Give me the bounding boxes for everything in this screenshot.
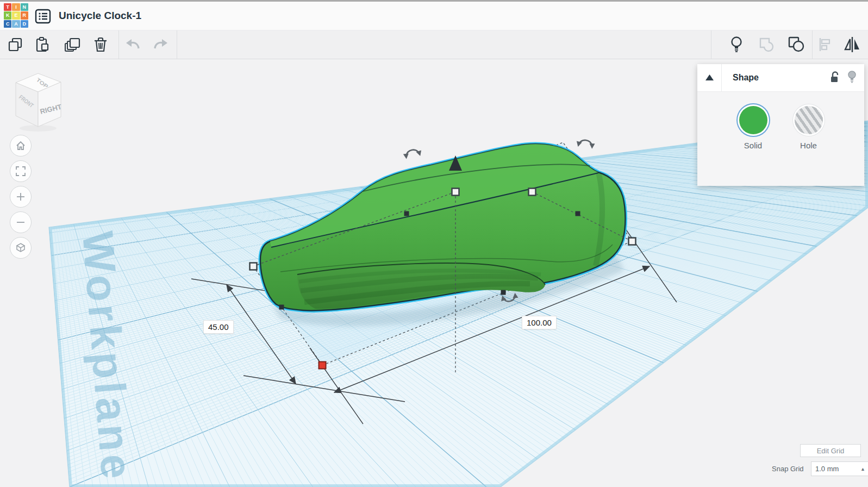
- logo-tile: D: [21, 20, 28, 28]
- shape-panel-body: Solid Hole: [697, 92, 864, 186]
- tinkercad-logo[interactable]: T I N K E R C A D: [4, 3, 28, 28]
- logo-tile: N: [21, 3, 28, 11]
- tinkercad-app: Workplane: [0, 0, 868, 487]
- anchor-handle-red[interactable]: [319, 362, 326, 369]
- home-view-button[interactable]: [10, 135, 32, 157]
- collapse-panel-button[interactable]: [697, 64, 722, 91]
- align-icon: [817, 36, 833, 53]
- corner-handle-top-right[interactable]: [529, 189, 536, 196]
- unlock-icon: [830, 71, 840, 83]
- depth-dimension-value[interactable]: 45.00: [203, 320, 234, 334]
- ungroup-button[interactable]: [785, 34, 807, 55]
- mirror-button[interactable]: [841, 34, 863, 55]
- show-all-button[interactable]: [726, 34, 747, 55]
- hide-shape-button[interactable]: [847, 71, 857, 85]
- redo-button[interactable]: [150, 34, 172, 55]
- home-icon: [15, 140, 26, 151]
- edit-grid-button[interactable]: Edit Grid: [800, 444, 861, 457]
- logo-tile: C: [4, 20, 11, 28]
- app-header: T I N K E R C A D Unicycle Clock-1: [0, 2, 868, 30]
- snap-grid-select[interactable]: 1.0 mm ▲: [811, 461, 868, 476]
- solid-label: Solid: [744, 141, 762, 150]
- hole-label: Hole: [800, 141, 817, 150]
- hole-swatch: [795, 106, 823, 134]
- edge-handle-bottom-right[interactable]: [501, 290, 506, 295]
- design-title[interactable]: Unicycle Clock-1: [59, 10, 141, 22]
- logo-tile: K: [4, 11, 11, 19]
- ungroup-icon: [787, 36, 805, 53]
- edge-handle-bottom-left[interactable]: [279, 305, 284, 310]
- logo-tile: A: [12, 20, 20, 28]
- corner-handle-top-mid[interactable]: [452, 189, 459, 196]
- duplicate-icon: [64, 36, 81, 53]
- shape-panel-header: Shape: [697, 64, 864, 92]
- toolbar-separator: [711, 30, 711, 59]
- collapse-triangle-icon: [705, 74, 714, 80]
- logo-tile: T: [4, 3, 11, 11]
- solid-swatch: [739, 106, 767, 134]
- snap-grid-label: Snap Grid: [772, 465, 804, 473]
- toolbar-separator: [812, 30, 813, 59]
- width-dimension-value[interactable]: 100.00: [522, 316, 557, 329]
- group-button[interactable]: [755, 34, 777, 55]
- undo-button[interactable]: [122, 34, 143, 55]
- copy-icon: [7, 36, 23, 53]
- snap-grid-value: 1.0 mm: [815, 465, 839, 473]
- view-cube-icon: TOP FRONT RIGHT: [12, 72, 64, 135]
- corner-handle-left[interactable]: [250, 263, 257, 270]
- logo-tile: R: [21, 11, 28, 19]
- design-properties-button[interactable]: [35, 8, 51, 24]
- delete-button[interactable]: [90, 34, 111, 55]
- logo-tile: I: [12, 3, 20, 11]
- redo-icon: [153, 38, 169, 52]
- perspective-cube-icon: [15, 242, 26, 253]
- zoom-out-button[interactable]: [10, 211, 32, 233]
- paste-button[interactable]: [32, 34, 53, 55]
- fit-view-icon: [16, 166, 26, 176]
- toolbar-separator: [118, 30, 119, 59]
- hole-option[interactable]: Hole: [795, 106, 823, 186]
- trash-icon: [92, 36, 109, 53]
- lightbulb-gray-icon: [847, 71, 857, 83]
- paste-icon: [34, 36, 51, 53]
- corner-handle-right[interactable]: [629, 238, 636, 245]
- rotate-handle-top-right[interactable]: [576, 139, 595, 149]
- shape-panel-title: Shape: [733, 73, 830, 83]
- logo-tile: E: [12, 11, 20, 19]
- toolbar-separator: [177, 30, 177, 59]
- undo-icon: [124, 38, 141, 52]
- view-cube[interactable]: TOP FRONT RIGHT: [12, 72, 64, 137]
- view-navigation: [10, 135, 32, 259]
- edge-handle-top-right[interactable]: [576, 211, 580, 216]
- lock-button[interactable]: [830, 71, 840, 85]
- zoom-in-button[interactable]: [10, 186, 32, 208]
- align-button[interactable]: [814, 34, 836, 55]
- group-icon: [758, 36, 775, 53]
- mirror-icon: [843, 36, 861, 53]
- main-toolbar: [0, 30, 868, 59]
- duplicate-button[interactable]: [61, 34, 83, 55]
- solid-option[interactable]: Solid: [739, 106, 767, 186]
- minus-icon: [16, 217, 26, 227]
- copy-button[interactable]: [4, 34, 26, 55]
- list-properties-icon: [35, 8, 51, 24]
- shape-inspector-panel: Shape: [697, 64, 864, 186]
- plus-icon: [16, 192, 26, 202]
- fit-view-button[interactable]: [10, 160, 32, 182]
- edge-handle-top-left[interactable]: [404, 211, 409, 216]
- rotate-handle-top-left[interactable]: [403, 148, 422, 160]
- lightbulb-icon: [729, 36, 744, 53]
- perspective-toggle-button[interactable]: [10, 237, 32, 259]
- caret-up-icon: ▲: [860, 466, 865, 472]
